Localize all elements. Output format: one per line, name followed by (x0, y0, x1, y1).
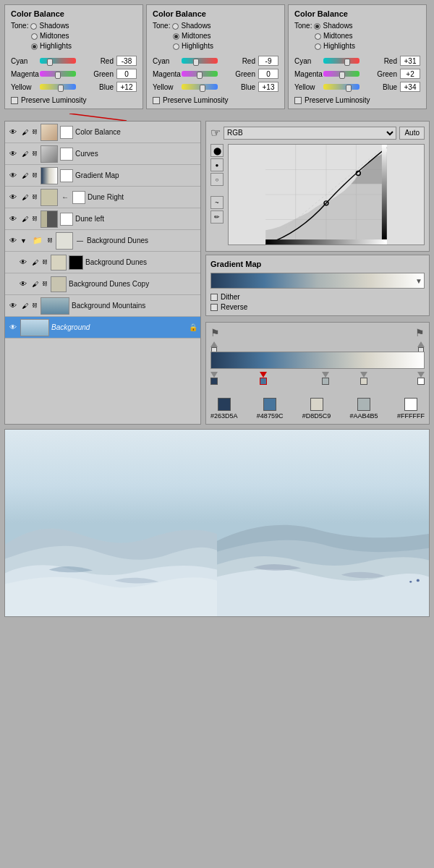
cb3-yel-blue-track[interactable] (323, 84, 359, 90)
layer-eye-bg-dunes-copy[interactable]: 👁 (18, 279, 28, 289)
cb2-mag-green-row: Magenta Green 0 (153, 69, 278, 79)
layer-name-gmap: Gradient Map (75, 171, 197, 179)
cb2-shadows-radio[interactable] (172, 23, 179, 30)
curves-pencil-tool[interactable]: ✏ (210, 210, 224, 224)
cb2-midtones-radio[interactable] (173, 33, 179, 40)
cb2-mag-green-track[interactable] (182, 71, 218, 77)
cb1-title: Color Balance (11, 9, 137, 18)
layer-eye-gmap[interactable]: 👁 (8, 171, 18, 181)
ge-stop-swatch-1[interactable] (263, 398, 276, 411)
ge-stop-swatch-2[interactable] (310, 398, 323, 411)
layer-eye-dune-left[interactable]: 👁 (8, 214, 18, 224)
cb1-mag-green-track[interactable] (40, 71, 76, 77)
curves-smooth-tool[interactable]: ~ (210, 196, 224, 209)
curves-auto-button[interactable]: Auto (399, 127, 425, 140)
ge-color-stop-2[interactable] (322, 372, 329, 385)
layer-dune-left[interactable]: 👁 🖌 ⛓ Dune left (5, 208, 200, 230)
color-balance-panel-1: Color Balance Tone: Shadows Midtones Hig… (4, 4, 143, 109)
layers-panel: 👁 🖌 ⛓ Color Balance 👁 🖌 ⛓ Curves 👁 🖌 ⛓ G… (4, 121, 201, 425)
layer-eye-bg-dunes[interactable]: 👁 (8, 236, 18, 246)
gm-gradient-bar[interactable]: ▼ (210, 273, 425, 289)
cb1-shadows-label: Shadows (39, 21, 69, 31)
cb3-midtones-radio[interactable] (315, 33, 321, 40)
layer-bg-mountains[interactable]: 👁 🖌 ⛓ Background Mountains (5, 295, 200, 317)
cb1-highlights-row: Highlights (31, 41, 137, 51)
layer-bg-dunes-copy[interactable]: 👁 🖌 ⛓ Background Dunes Copy (5, 273, 200, 295)
layer-mask-gmap (60, 169, 73, 182)
curves-side-tools: ⬤ ● ○ ~ ✏ (210, 144, 225, 247)
curves-hand-icon[interactable]: ☞ (210, 126, 221, 140)
ge-flag-right: ⚑ (415, 327, 425, 339)
cb3-cyan-label: Cyan (294, 57, 322, 65)
cb2-cyan-red-track[interactable] (182, 58, 218, 64)
svg-rect-10 (265, 239, 387, 244)
cb1-yel-blue-thumb[interactable] (58, 85, 64, 92)
cb3-cyan-red-track[interactable] (323, 58, 359, 64)
cb2-yel-blue-track[interactable] (182, 84, 218, 90)
cb2-preserve-checkbox[interactable] (153, 97, 160, 104)
ge-color-stop-3[interactable] (360, 372, 367, 385)
cb3-cyan-red-thumb[interactable] (344, 59, 350, 66)
cb3-shadows-radio[interactable] (314, 23, 320, 30)
cb1-cyan-red-track[interactable] (40, 58, 76, 64)
gm-reverse-checkbox[interactable] (210, 304, 218, 311)
ge-color-stop-1[interactable] (260, 372, 267, 385)
layer-eye-bg-dunes-inner[interactable]: 👁 (18, 258, 28, 268)
ge-color-stop-4[interactable] (417, 372, 425, 385)
layer-dune-right[interactable]: 👁 🖌 ⛓ ← Dune Right (5, 187, 200, 208)
cb3-mag-label: Magenta (294, 70, 322, 78)
ge-stop-info-0: #263D5A (210, 398, 238, 420)
cb3-highlights-radio[interactable] (315, 43, 321, 50)
ge-stop-swatch-0[interactable] (218, 398, 231, 411)
layer-eye-curves[interactable]: 👁 (8, 149, 18, 159)
layer-eye-dune-right[interactable]: 👁 (8, 192, 18, 203)
layer-background[interactable]: 👁 Background 🔒 (5, 317, 200, 339)
curves-eyedropper-white[interactable]: ○ (210, 173, 224, 186)
cb3-preserve-checkbox[interactable] (294, 97, 302, 104)
cb1-preserve-checkbox[interactable] (11, 97, 18, 104)
cb2-preserve: Preserve Luminosity (153, 96, 278, 104)
cb1-green-label: Green (77, 70, 114, 78)
ge-stop-info-4: #FFFFFF (397, 398, 425, 420)
cb2-highlights-radio[interactable] (173, 43, 179, 50)
gm-dither-label: Dither (221, 293, 240, 301)
cb1-cyan-red-thumb[interactable] (47, 59, 53, 66)
cb1-mag-green-thumb[interactable] (55, 72, 61, 79)
ge-stop-swatch-3[interactable] (357, 398, 370, 411)
layer-bg-dunes-folder[interactable]: 👁 ▼ 📁 ⛓ — Background Dunes (5, 230, 200, 252)
ge-stop-info-2: #D8D5C9 (302, 398, 331, 420)
curves-channel-select[interactable]: RGB Red Green Blue (224, 127, 396, 140)
cb3-green-label: Green (361, 70, 397, 78)
cb1-shadows-radio[interactable] (30, 23, 37, 30)
curves-eyedropper-gray[interactable]: ● (210, 158, 224, 171)
cb3-mag-green-thumb[interactable] (339, 72, 345, 79)
ge-color-stop-0[interactable] (210, 372, 218, 385)
layer-curves[interactable]: 👁 🖌 ⛓ Curves (5, 143, 200, 165)
layer-eye-background[interactable]: 👁 (8, 323, 18, 333)
curves-graph[interactable] (228, 144, 425, 245)
curves-eyedropper-black[interactable]: ⬤ (210, 144, 224, 157)
ge-gradient-track[interactable] (210, 352, 425, 369)
cb2-green-label: Green (219, 70, 255, 78)
curves-area: ⬤ ● ○ ~ ✏ (210, 144, 425, 247)
cb1-tone-text: Tone: (11, 21, 28, 31)
cb1-yel-blue-track[interactable] (40, 84, 76, 90)
layer-eye-bg-mtns[interactable]: 👁 (8, 301, 18, 311)
layer-name-background: Background (51, 323, 187, 331)
cb1-blue-label: Blue (77, 83, 114, 91)
ge-color-values: #263D5A #48759C #D8D5C9 #AAB4B5 #FFFFFF (210, 398, 425, 420)
gm-dither-checkbox[interactable] (210, 294, 218, 301)
cb2-yel-blue-thumb[interactable] (200, 85, 205, 92)
layer-bg-dunes-inner[interactable]: 👁 🖌 ⛓ Background Dunes (5, 252, 200, 273)
cb1-highlights-radio[interactable] (31, 43, 38, 50)
cb2-cyan-red-thumb[interactable] (193, 59, 199, 66)
cb1-midtones-radio[interactable] (31, 33, 38, 40)
cb1-cyan-label: Cyan (11, 57, 38, 65)
ge-stop-swatch-4[interactable] (404, 398, 417, 411)
cb3-yel-blue-thumb[interactable] (346, 85, 352, 92)
layer-gradient-map[interactable]: 👁 🖌 ⛓ Gradient Map (5, 165, 200, 187)
cb2-mag-green-thumb[interactable] (197, 72, 203, 79)
layer-color-balance[interactable]: 👁 🖌 ⛓ Color Balance (5, 122, 200, 143)
cb3-mag-green-track[interactable] (323, 71, 359, 77)
layer-eye-icon[interactable]: 👁 (8, 127, 18, 137)
